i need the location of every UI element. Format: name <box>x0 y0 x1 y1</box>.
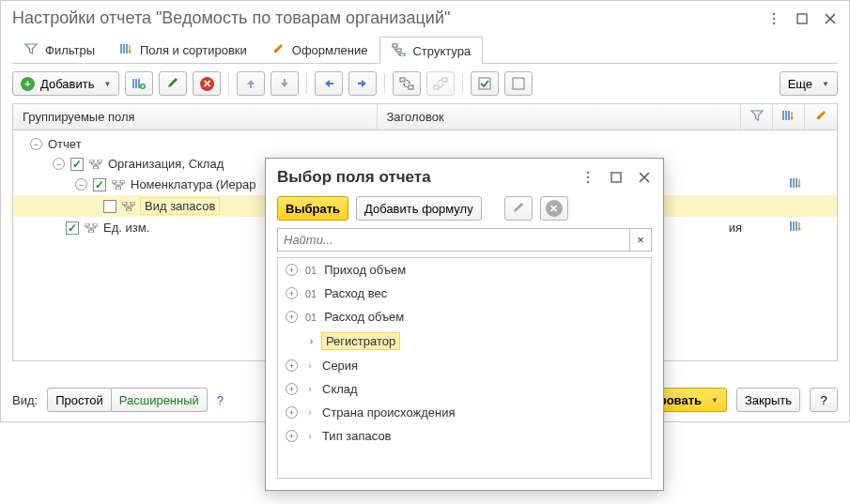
chevron-right-icon: › <box>305 384 315 394</box>
separator <box>228 73 229 94</box>
chevron-down-icon: ▼ <box>822 80 829 88</box>
swap-button[interactable] <box>393 71 421 96</box>
expand-icon[interactable]: + <box>286 383 298 395</box>
uncheck-all-button[interactable] <box>504 71 533 96</box>
field-row-series[interactable]: + › Серия <box>278 354 651 377</box>
svg-point-27 <box>587 176 590 179</box>
field-row-income-volume[interactable]: + 01 Приход объем <box>278 258 651 282</box>
expand-icon[interactable]: + <box>286 287 298 299</box>
columns-sort-icon[interactable] <box>789 220 803 236</box>
delete-formula-button[interactable]: ✕ <box>540 196 568 221</box>
tab-appearance[interactable]: Оформление <box>259 36 380 63</box>
search-bar: × <box>266 228 663 257</box>
chevron-down-icon: ▼ <box>103 80 111 88</box>
svg-rect-23 <box>85 223 89 226</box>
move-left-button[interactable] <box>315 71 343 96</box>
collapse-icon[interactable]: − <box>30 138 42 150</box>
maximize-icon[interactable] <box>609 170 624 185</box>
move-right-button[interactable] <box>348 71 377 96</box>
swap2-button[interactable] <box>426 71 455 96</box>
checkbox[interactable] <box>93 178 106 191</box>
field-label: Страна происхождения <box>322 405 456 420</box>
pencil-icon <box>512 201 525 217</box>
select-button[interactable]: Выбрать <box>277 196 348 221</box>
collapse-icon[interactable]: − <box>53 158 65 170</box>
edit-button[interactable] <box>159 71 187 96</box>
separator <box>384 73 385 94</box>
chevron-down-icon: ▼ <box>711 396 719 405</box>
hierarchy-icon <box>89 160 102 169</box>
col-title[interactable]: Заголовок <box>378 104 742 130</box>
tab-fields-sort[interactable]: Поля и сортировки <box>107 36 259 63</box>
expand-icon[interactable]: + <box>286 359 298 372</box>
kebab-icon[interactable] <box>766 11 781 26</box>
more-button[interactable]: Еще ▼ <box>780 71 838 96</box>
maximize-icon[interactable] <box>795 11 810 26</box>
kebab-icon[interactable] <box>580 170 595 185</box>
close-button[interactable]: Закрыть <box>736 388 800 412</box>
checkbox[interactable] <box>70 158 84 171</box>
check-all-button[interactable] <box>471 71 499 96</box>
tab-structure[interactable]: Структура <box>379 37 483 64</box>
col-grouped-fields[interactable]: Группируемые поля <box>13 104 378 130</box>
field-row-registrar[interactable]: ›› Регистратор <box>278 328 651 354</box>
help-button[interactable]: ? <box>810 388 838 412</box>
checkbox[interactable] <box>66 221 79 235</box>
expand-icon[interactable]: + <box>286 311 298 323</box>
add-formula-button[interactable]: Добавить формулу <box>356 196 482 221</box>
col-appearance[interactable] <box>805 104 837 130</box>
tab-label: Фильтры <box>45 43 95 57</box>
col-filter[interactable] <box>741 104 773 130</box>
field-row-origin-country[interactable]: + › Страна происхождения <box>278 401 651 424</box>
close-icon[interactable] <box>637 170 652 185</box>
field-row-expense-weight[interactable]: + 01 Расход вес <box>278 282 651 305</box>
svg-rect-5 <box>396 49 401 52</box>
add-button[interactable]: + Добавить ▼ <box>12 71 119 96</box>
svg-rect-12 <box>479 78 490 89</box>
clear-search-button[interactable]: × <box>629 228 652 252</box>
col-sort[interactable] <box>773 104 805 130</box>
move-down-button[interactable] <box>270 71 299 96</box>
view-label: Вид: <box>12 393 38 407</box>
help-link[interactable]: ? <box>217 393 224 407</box>
delete-button[interactable]: ✕ <box>193 71 221 96</box>
dialog-toolbar: Выбрать Добавить формулу ✕ <box>266 192 663 228</box>
expand-icon[interactable]: + <box>286 406 298 419</box>
close-icon[interactable] <box>823 11 838 26</box>
svg-rect-24 <box>93 223 98 226</box>
expand-icon[interactable]: + <box>286 430 298 442</box>
svg-rect-15 <box>98 160 102 162</box>
edit-formula-button[interactable] <box>504 196 533 221</box>
tree-label: Отчет <box>48 137 82 151</box>
checkbox[interactable] <box>103 200 116 213</box>
window-title: Настройки отчета "Ведомость по товарам о… <box>12 8 450 28</box>
field-label: Склад <box>322 382 358 396</box>
tree-label: Номенклатура (Иерар <box>131 177 255 191</box>
delete-icon: ✕ <box>546 200 563 217</box>
tab-label: Структура <box>412 44 471 58</box>
view-simple-button[interactable]: Простой <box>47 388 112 412</box>
svg-rect-9 <box>409 85 413 89</box>
tree-row-root[interactable]: − Отчет <box>13 134 837 154</box>
view-advanced-button[interactable]: Расширенный <box>112 388 208 412</box>
svg-rect-8 <box>400 78 405 82</box>
svg-point-1 <box>773 17 776 20</box>
field-list[interactable]: + 01 Приход объем + 01 Расход вес + 01 Р… <box>277 257 652 479</box>
settings-tabs: Фильтры Поля и сортировки Оформление Стр… <box>12 36 838 64</box>
btn-label: Простой <box>55 393 103 407</box>
group-button[interactable] <box>125 71 153 96</box>
tab-filters[interactable]: Фильтры <box>12 36 107 63</box>
field-row-stock-type[interactable]: + › Тип запасов <box>278 424 651 448</box>
move-up-button[interactable] <box>237 71 265 96</box>
columns-sort-icon[interactable] <box>789 176 803 192</box>
collapse-icon[interactable]: − <box>75 178 87 191</box>
expand-icon[interactable]: + <box>286 264 298 276</box>
svg-rect-11 <box>434 85 439 89</box>
tree-label: Организация, Склад <box>108 157 224 171</box>
btn-label: Расширенный <box>119 393 199 407</box>
field-row-expense-volume[interactable]: + 01 Расход объем <box>278 305 651 328</box>
field-label: Расход вес <box>324 286 387 300</box>
field-row-warehouse[interactable]: + › Склад <box>278 377 651 401</box>
search-input[interactable] <box>277 228 629 252</box>
svg-rect-13 <box>513 78 524 89</box>
